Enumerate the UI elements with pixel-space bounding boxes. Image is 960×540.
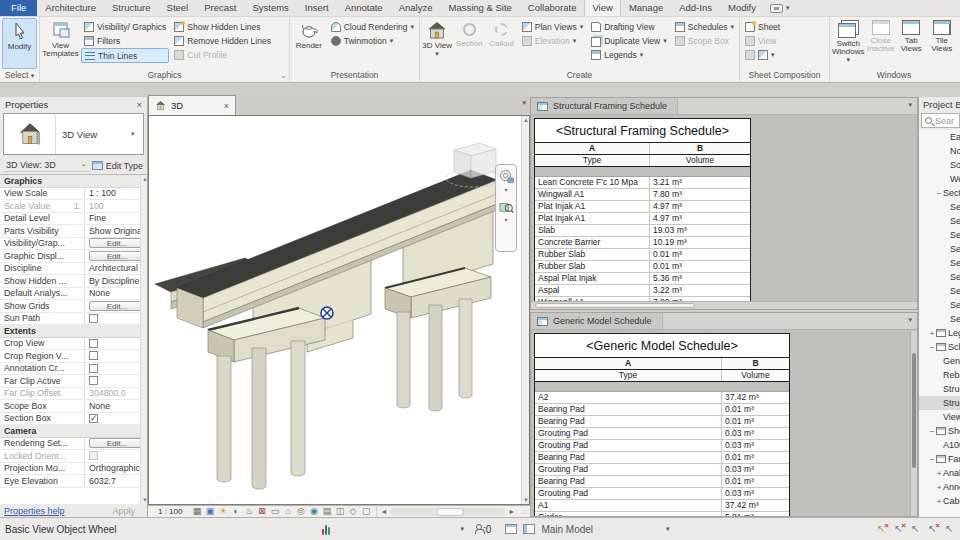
expand-icon[interactable]: + <box>935 483 943 492</box>
browser-item-we[interactable]: We <box>919 172 960 186</box>
browser-item-so[interactable]: So <box>919 158 960 172</box>
apply-button[interactable]: Apply <box>104 506 143 516</box>
browser-item-se[interactable]: Se <box>919 284 960 298</box>
origin-marker[interactable] <box>321 307 333 319</box>
ribbon-tab-file[interactable]: File <box>0 0 37 16</box>
sheet-tools-row[interactable]: ▾ <box>742 48 783 62</box>
generic-model-schedule-table[interactable]: <Generic Model Schedule>ABTypeVolumeA237… <box>534 333 790 517</box>
structural-framing-schedule-tab[interactable]: Structural Framing Schedule <box>531 98 678 114</box>
browser-item-sche[interactable]: −Sche <box>919 340 960 354</box>
worksets-dialog-icon[interactable] <box>505 524 517 534</box>
selection-box-icon[interactable]: ▢ <box>359 506 372 517</box>
drafting-view-button[interactable]: Drafting View <box>588 20 670 34</box>
browser-item-rebar[interactable]: Rebar <box>919 368 960 382</box>
type-selector-dropdown-icon[interactable]: ▾ <box>131 114 143 154</box>
ribbon-tab-collaborate[interactable]: Collaborate <box>520 0 585 16</box>
browser-item-view[interactable]: View <box>919 410 960 424</box>
design-option-select[interactable]: Main Model▾ <box>541 524 669 535</box>
ribbon-tab-massing-site[interactable]: Massing & Site <box>440 0 519 16</box>
type-cell[interactable]: A1 <box>535 500 722 511</box>
dialog-launcher-icon[interactable]: ⌄ <box>280 70 287 82</box>
crop-region-icon[interactable]: ▭ <box>268 506 281 517</box>
wheel-dropdown-icon[interactable]: ▾ <box>504 186 507 193</box>
type-cell[interactable]: Grouting Pad <box>535 428 722 439</box>
property-value[interactable]: Orthographic <box>85 463 147 473</box>
properties-close-icon[interactable]: × <box>136 99 142 110</box>
property-group-camera[interactable]: Cameraˆ <box>0 425 147 438</box>
render-button[interactable]: Render <box>292 18 326 69</box>
shadows-icon[interactable]: ◐ <box>229 506 242 517</box>
displace-elements-icon[interactable]: ◇ <box>346 506 359 517</box>
select-by-face-icon[interactable]: ↖× <box>926 523 939 536</box>
volume-cell[interactable]: 0.01 m³ <box>650 249 750 260</box>
property-value[interactable]: 6032.7 <box>85 476 147 486</box>
filters-button[interactable]: Filters <box>81 34 169 48</box>
property-value[interactable]: Edit... <box>85 238 147 248</box>
view-tab-menu-icon[interactable]: ▾ <box>522 95 530 115</box>
generic-model-schedule-tab[interactable]: Generic Model Schedule <box>531 313 663 329</box>
property-value[interactable]: None <box>85 401 147 411</box>
ribbon-tab-add-ins[interactable]: Add-Ins <box>671 0 720 16</box>
detail-level-icon[interactable]: ▦ <box>190 506 203 517</box>
browser-item-se[interactable]: Se <box>919 256 960 270</box>
expand-icon[interactable]: + <box>935 497 943 506</box>
volume-cell[interactable]: 7.80 m³ <box>650 189 750 200</box>
edit-button[interactable]: Edit... <box>89 238 145 248</box>
property-value[interactable]: 100 <box>85 201 147 211</box>
ribbon-tab-annotate[interactable]: Annotate <box>337 0 391 16</box>
checkbox[interactable] <box>89 339 98 348</box>
expand-icon[interactable]: − <box>928 343 936 352</box>
remove-hidden-lines-button[interactable]: Remove Hidden Lines <box>171 34 274 48</box>
type-cell[interactable]: Grouting Pad <box>535 440 722 451</box>
tile-views-button[interactable]: Tile Views <box>927 18 956 69</box>
unlock-view-icon[interactable]: ⌂ <box>281 506 294 517</box>
volume-cell[interactable]: 0.01 m³ <box>650 261 750 272</box>
volume-cell[interactable]: 5.36 m³ <box>650 273 750 284</box>
property-value[interactable] <box>85 451 147 460</box>
ribbon-tab-insert[interactable]: Insert <box>297 0 337 16</box>
property-value[interactable] <box>85 339 147 348</box>
close-view-icon[interactable]: × <box>224 101 229 111</box>
browser-item-shee[interactable]: −Shee <box>919 424 960 438</box>
volume-cell[interactable]: 0.03 m³ <box>722 488 789 499</box>
zoom-icon[interactable] <box>499 199 514 214</box>
horizontal-scrollbar[interactable]: ◄► <box>376 506 518 517</box>
expand-icon[interactable]: + <box>935 469 943 478</box>
type-selector[interactable]: 3D View ▾ <box>3 113 144 155</box>
crop-view-icon[interactable]: ⊠ <box>255 506 268 517</box>
browser-item-struct[interactable]: Struct <box>919 382 960 396</box>
ribbon-tab-systems[interactable]: Systems <box>244 0 296 16</box>
property-value[interactable] <box>85 376 147 385</box>
ribbon-tab-structure[interactable]: Structure <box>104 0 159 16</box>
bridge-model[interactable] <box>149 116 521 504</box>
type-cell[interactable]: A2 <box>535 392 722 403</box>
property-value[interactable]: By Discipline <box>85 276 147 286</box>
volume-cell[interactable]: 0.01 m³ <box>722 404 789 415</box>
cloud-rendering-button[interactable]: Cloud Rendering ▾ <box>328 20 417 34</box>
browser-item-ea[interactable]: Ea <box>919 130 960 144</box>
drag-on-selection-icon[interactable]: ↖ <box>943 523 956 536</box>
type-cell[interactable]: Bearing Pad <box>535 404 722 415</box>
navigation-wheel-icon[interactable] <box>499 169 514 184</box>
property-value[interactable]: Show Original <box>85 226 147 236</box>
property-value[interactable]: 304800.0 <box>85 388 147 398</box>
type-cell[interactable]: Plat Injak A1 <box>535 213 650 224</box>
ribbon-tab-analyze[interactable]: Analyze <box>391 0 441 16</box>
property-value[interactable] <box>85 351 147 360</box>
browser-item-struct[interactable]: Struct <box>919 396 960 410</box>
browser-item-se[interactable]: Se <box>919 214 960 228</box>
edit-button[interactable]: Edit... <box>89 251 145 261</box>
type-cell[interactable]: Grouting Pad <box>535 464 722 475</box>
edit-button[interactable]: Edit... <box>89 301 145 311</box>
type-cell[interactable]: Aspal <box>535 285 650 296</box>
vertical-scrollbar[interactable]: ▲▼ <box>521 116 529 504</box>
volume-cell[interactable]: 37.42 m³ <box>722 392 789 403</box>
ribbon-tab-steel[interactable]: Steel <box>159 0 197 16</box>
show-hidden-lines-button[interactable]: Show Hidden Lines <box>171 20 274 34</box>
checkbox[interactable] <box>89 414 98 423</box>
browser-search-input[interactable]: Sear <box>921 113 960 128</box>
browser-item-no[interactable]: No <box>919 144 960 158</box>
rendering-dialog-icon[interactable]: ♨ <box>242 506 255 517</box>
3d-view-button[interactable]: 3D View▾ <box>422 18 452 69</box>
property-group-extents[interactable]: Extentsˆ <box>0 325 147 338</box>
